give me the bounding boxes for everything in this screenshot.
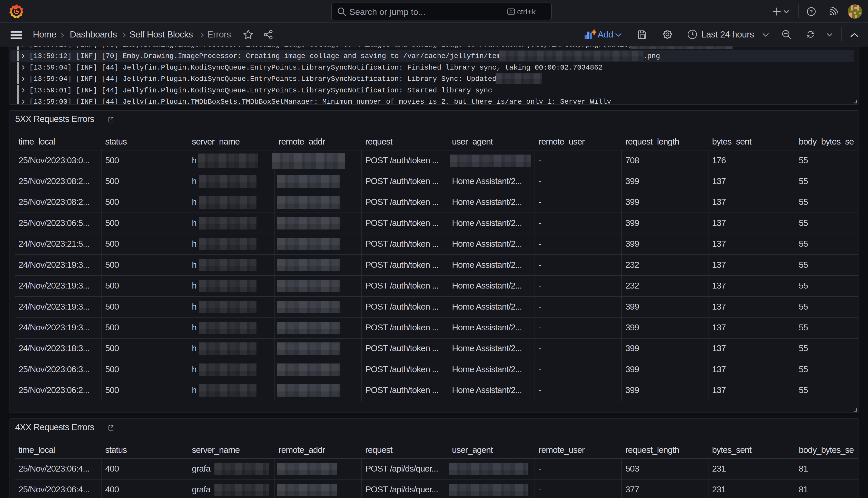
svg-text:?: ? xyxy=(810,9,813,14)
